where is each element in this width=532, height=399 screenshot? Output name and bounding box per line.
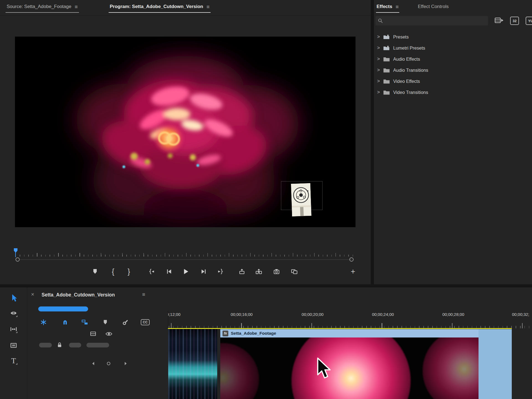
step-forward-icon: [200, 268, 207, 275]
program-monitor-video[interactable]: [15, 37, 355, 227]
tabbar-divider: [0, 15, 371, 16]
go-to-in-button[interactable]: [147, 267, 157, 277]
tree-item-video-effects[interactable]: > Video Effects: [374, 76, 532, 87]
mark-out-button[interactable]: }: [124, 267, 134, 277]
accelerated-effects-filter-button[interactable]: [495, 17, 504, 24]
timeline-clip-footage[interactable]: fx Setta_Adobe_Footage: [220, 329, 479, 399]
filter-32bit-button[interactable]: 32: [510, 17, 519, 25]
ruler-ticks: [168, 322, 532, 328]
tree-item-audio-effects[interactable]: > Audio Effects: [374, 53, 532, 65]
toggle-track-output-button[interactable]: [105, 331, 112, 337]
timeline-clip-glitch[interactable]: [168, 329, 217, 399]
tree-item-video-transitions[interactable]: > Video Transitions: [374, 87, 532, 98]
timeline-settings-button[interactable]: [121, 318, 130, 327]
wrench-icon: [122, 319, 129, 326]
add-marker-button[interactable]: [90, 267, 100, 277]
chevron-right-icon[interactable]: >: [374, 56, 383, 62]
step-forward-button[interactable]: [199, 267, 209, 277]
step-back-button[interactable]: [164, 267, 174, 277]
timeline-panel: T × Setta_Adobe_Cutdown_Version ≡: [0, 287, 532, 399]
tab-effects[interactable]: Effects ≡: [376, 3, 399, 13]
effect-controls-tab-label: Effect Controls: [418, 4, 449, 9]
lift-icon: [238, 268, 245, 275]
comparison-view-button[interactable]: [289, 267, 299, 277]
effects-search-input[interactable]: [375, 16, 488, 25]
extract-icon: [255, 268, 262, 275]
ripple-edit-tool-button[interactable]: [9, 325, 18, 334]
track-lock-button[interactable]: [56, 342, 63, 348]
previous-keyframe-button[interactable]: [91, 361, 96, 366]
zoom-handle-right[interactable]: [349, 257, 354, 262]
track-display-settings-button[interactable]: [90, 331, 97, 337]
program-tab-label: Program: Setta_Adobe_Cutdown_Version: [110, 4, 203, 9]
track-select-tool-button[interactable]: [9, 309, 18, 318]
chevron-right-icon[interactable]: >: [374, 67, 383, 73]
snap-toggle-button[interactable]: [61, 318, 70, 327]
add-marker-timeline-button[interactable]: [101, 318, 110, 327]
go-to-out-button[interactable]: [216, 267, 226, 277]
filter-yuv-button[interactable]: YU: [526, 17, 532, 25]
track-toggle-pill[interactable]: [69, 343, 81, 347]
folder-icon: [383, 56, 390, 62]
extract-button[interactable]: [254, 267, 264, 277]
chevron-right-icon[interactable]: >: [374, 89, 383, 95]
zoom-handle-left[interactable]: [16, 257, 20, 262]
rectangle-tool-button[interactable]: [9, 341, 18, 350]
video-track-display-icon: [90, 331, 97, 337]
program-scrubber-ruler[interactable]: [15, 251, 355, 257]
timeline-clip-selected-region[interactable]: [479, 329, 512, 399]
linked-selection-button[interactable]: [80, 318, 89, 327]
keyframe-circle-icon: [106, 361, 111, 366]
type-tool-icon: T: [11, 356, 16, 365]
play-button[interactable]: [181, 267, 191, 277]
clip-thumbnail-flower: [220, 343, 259, 399]
preset-folder-icon: [383, 45, 390, 51]
close-sequence-icon[interactable]: ×: [31, 291, 34, 298]
program-monitor-tab[interactable]: Program: Setta_Adobe_Cutdown_Version ≡: [109, 3, 211, 13]
next-keyframe-button[interactable]: [123, 361, 128, 366]
nest-sequences-icon: [40, 319, 47, 326]
sequence-tab-label[interactable]: Setta_Adobe_Cutdown_Version: [42, 292, 115, 298]
program-zoom-scrollbar[interactable]: [20, 259, 351, 260]
32bit-icon: 32: [513, 19, 516, 23]
preset-folder-icon: [383, 34, 390, 40]
clip-thumbnail-strip: [220, 337, 479, 399]
effects-panel-menu-icon[interactable]: ≡: [396, 4, 399, 9]
track-toggle-pill[interactable]: [86, 343, 109, 347]
chevron-right-icon[interactable]: >: [374, 34, 383, 40]
timeline-ruler[interactable]: 00;12;00 00;00;16;00 00;00;20;00 00;00;2…: [168, 311, 532, 328]
source-panel-menu-icon[interactable]: ≡: [75, 4, 78, 9]
timeline-panel-menu-icon[interactable]: ≡: [142, 292, 145, 297]
source-monitor-tab[interactable]: Source: Setta_Adobe_Footage ≡: [6, 3, 79, 13]
tree-item-audio-transitions[interactable]: > Audio Transitions: [374, 65, 532, 76]
chevron-right-icon[interactable]: >: [374, 78, 383, 84]
add-remove-keyframe-button[interactable]: [106, 361, 111, 366]
tool-flyout-indicator: [16, 363, 17, 365]
selection-tool-button[interactable]: [9, 293, 18, 302]
mark-out-icon: }: [127, 267, 130, 276]
rectangle-tool-icon: [10, 342, 17, 349]
tree-item-presets[interactable]: > Presets: [374, 31, 532, 42]
ruler-label: 00;00;28;00: [442, 312, 464, 317]
clip-label-bar[interactable]: fx Setta_Adobe_Footage: [220, 329, 479, 337]
export-frame-button[interactable]: [272, 267, 282, 277]
ruler-label: 00;00;24;00: [372, 312, 394, 317]
mouse-cursor: [316, 357, 332, 381]
mark-in-button[interactable]: {: [108, 267, 118, 277]
ruler-label: 00;12;00: [168, 312, 180, 317]
program-panel-menu-icon[interactable]: ≡: [206, 4, 209, 9]
nest-sequences-button[interactable]: [39, 318, 48, 327]
timecode-display[interactable]: [38, 306, 88, 311]
chevron-right-icon[interactable]: >: [374, 45, 383, 51]
linked-selection-icon: [81, 319, 88, 326]
captions-toggle-button[interactable]: CC: [141, 318, 150, 327]
track-toggle-pill[interactable]: [39, 343, 52, 347]
lift-button[interactable]: [237, 267, 247, 277]
effects-panel: Effects ≡ Effect Controls 32 YU > Preset…: [373, 0, 532, 284]
tree-item-lumetri-presets[interactable]: > Lumetri Presets: [374, 42, 532, 53]
film-reel-pip-image[interactable]: [291, 183, 311, 216]
tab-effect-controls[interactable]: Effect Controls: [417, 3, 449, 13]
captions-icon: CC: [143, 320, 147, 324]
type-tool-button[interactable]: T: [9, 356, 18, 365]
button-editor-plus-button[interactable]: +: [348, 267, 358, 277]
